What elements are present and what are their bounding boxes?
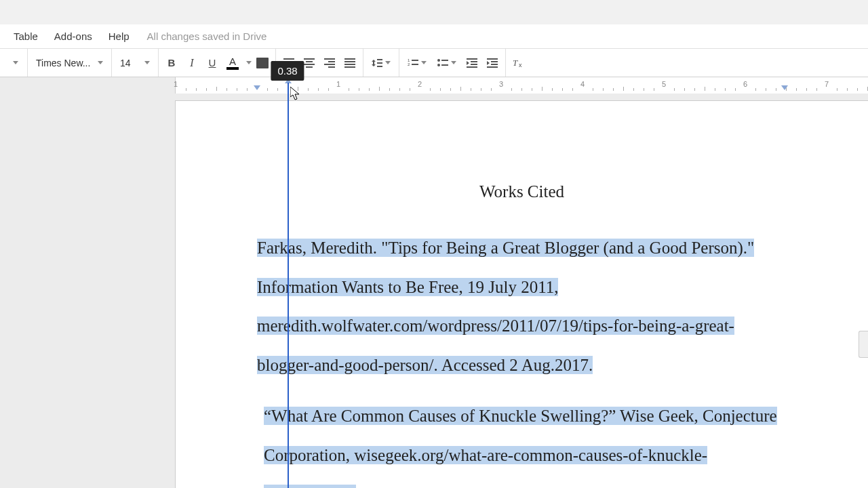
- page-canvas: Works Cited Farkas, Meredith. "Tips for …: [0, 94, 868, 488]
- document-page[interactable]: Works Cited Farkas, Meredith. "Tips for …: [175, 100, 868, 488]
- ruler-number: 1: [174, 80, 178, 88]
- clear-formatting-button[interactable]: Tx: [509, 53, 529, 73]
- highlight-button[interactable]: [252, 53, 273, 73]
- increase-indent-icon: [487, 58, 498, 68]
- save-status: All changes saved in Drive: [138, 28, 277, 45]
- svg-text:2: 2: [408, 62, 410, 66]
- chevron-down-icon: [385, 61, 391, 64]
- left-indent-marker[interactable]: [254, 85, 260, 90]
- svg-point-3: [437, 64, 440, 66]
- align-justify-icon: [344, 58, 355, 68]
- ruler-number: 3: [499, 80, 503, 88]
- indent-tooltip-value: 0.38: [277, 65, 297, 77]
- menubar: Table Add-ons Help All changes saved in …: [0, 24, 868, 49]
- selected-text: Farkas, Meredith. "Tips for Being a Grea…: [257, 239, 754, 374]
- text-color-button[interactable]: A: [222, 56, 243, 70]
- numbered-list-button[interactable]: 12: [402, 53, 432, 73]
- bold-button[interactable]: B: [161, 53, 182, 73]
- italic-button[interactable]: I: [182, 53, 202, 73]
- highlight-icon: [256, 58, 269, 68]
- ruler-number: 1: [336, 80, 340, 88]
- svg-text:T: T: [513, 58, 518, 68]
- decrease-indent-button[interactable]: [462, 53, 482, 73]
- text-color-icon: A: [229, 56, 236, 66]
- bulleted-list-icon: [437, 58, 448, 68]
- svg-point-2: [437, 59, 440, 62]
- chevron-down-icon: [98, 61, 103, 64]
- font-family-select[interactable]: Times New...: [31, 55, 108, 71]
- text-color-caret[interactable]: [243, 53, 252, 73]
- citation-entry: “What Are Common Causes of Knuckle Swell…: [257, 396, 787, 488]
- ruler-number: 7: [825, 80, 829, 88]
- align-center-icon: [304, 58, 315, 68]
- citation-entry: Farkas, Meredith. "Tips for Being a Grea…: [257, 228, 787, 384]
- font-family-label: Times New...: [36, 58, 90, 68]
- numbered-list-icon: 12: [408, 58, 418, 68]
- right-indent-marker[interactable]: [781, 85, 788, 90]
- line-spacing-button[interactable]: [366, 53, 396, 73]
- page-title: Works Cited: [257, 182, 787, 201]
- indent-guide-line: [288, 83, 289, 488]
- svg-text:x: x: [519, 62, 522, 68]
- ruler-number: 6: [743, 80, 747, 88]
- chevron-down-icon: [451, 61, 456, 64]
- increase-indent-button[interactable]: [482, 53, 502, 73]
- ruler-number: 2: [418, 80, 422, 88]
- menu-addons[interactable]: Add-ons: [46, 28, 100, 45]
- menu-table[interactable]: Table: [5, 28, 46, 45]
- ruler-number: 4: [580, 80, 585, 88]
- align-right-button[interactable]: [319, 53, 340, 73]
- explore-tab[interactable]: [859, 331, 868, 358]
- more-tools-button[interactable]: [4, 53, 24, 73]
- ruler-area: 11234567: [0, 77, 868, 94]
- underline-button[interactable]: U: [202, 53, 222, 73]
- align-right-icon: [324, 58, 335, 68]
- menu-help[interactable]: Help: [100, 28, 138, 45]
- cursor-icon: [290, 87, 301, 100]
- font-size-label: 14: [120, 58, 131, 68]
- ruler-number: 5: [662, 80, 666, 88]
- indent-tooltip: 0.38: [271, 61, 304, 81]
- toolbar: Times New... 14 B I U A: [0, 49, 868, 77]
- selected-text: “What Are Common Causes of Knuckle Swell…: [264, 407, 777, 488]
- text-color-swatch: [226, 67, 239, 70]
- font-size-select[interactable]: 14: [115, 55, 155, 71]
- decrease-indent-icon: [467, 58, 477, 68]
- chevron-down-icon: [144, 61, 150, 64]
- bulleted-list-button[interactable]: [432, 53, 462, 73]
- line-spacing-icon: [372, 58, 382, 68]
- clear-formatting-icon: Tx: [513, 58, 525, 68]
- align-justify-button[interactable]: [340, 53, 360, 73]
- chevron-down-icon: [421, 61, 427, 64]
